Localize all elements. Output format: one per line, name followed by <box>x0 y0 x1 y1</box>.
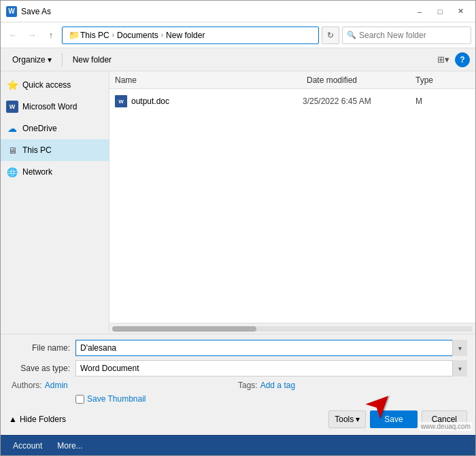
path-arrow-1: › <box>112 31 114 39</box>
hide-folders-button[interactable]: ▲ Hide Folders <box>9 415 66 424</box>
path-segment-thispc: This PC <box>80 31 109 40</box>
sidebar-item-microsoft-word[interactable]: W Microsoft Word <box>1 96 109 118</box>
forward-button[interactable]: → <box>24 27 40 43</box>
search-input[interactable] <box>359 31 466 40</box>
new-folder-button[interactable]: New folder <box>67 52 118 68</box>
minimize-button[interactable]: – <box>410 5 429 18</box>
tools-button[interactable]: Tools ▾ <box>328 410 366 428</box>
sidebar-label-microsoft-word: Microsoft Word <box>22 102 77 111</box>
window-controls: – □ ✕ <box>410 5 470 18</box>
scrollbar-track <box>112 326 473 332</box>
file-area: Name Date modified Type W output.doc 3/2… <box>109 71 475 334</box>
horizontal-scrollbar[interactable] <box>109 323 475 334</box>
table-row[interactable]: W output.doc 3/25/2022 6:45 AM M <box>109 92 475 111</box>
file-date: 3/25/2022 6:45 AM <box>303 97 411 106</box>
sidebar-item-network[interactable]: 🌐 Network <box>1 161 109 183</box>
refresh-button[interactable]: ↻ <box>322 27 339 44</box>
title-bar: W Save As – □ ✕ <box>1 1 475 22</box>
help-button[interactable]: ? <box>455 52 470 67</box>
file-type: M <box>415 97 470 106</box>
scrollbar-thumb <box>112 326 256 332</box>
path-segment-newfolder: New folder <box>166 31 205 40</box>
maximize-button[interactable]: □ <box>430 5 449 18</box>
main-content: ⭐ Quick access W Microsoft Word ☁ OneDri… <box>1 71 475 334</box>
thumbnail-row: Save Thumbnail <box>9 393 467 405</box>
tags-value[interactable]: Add a tag <box>260 381 295 390</box>
filename-label: File name: <box>9 343 70 353</box>
column-date[interactable]: Date modified <box>307 75 415 85</box>
sidebar-label-onedrive: OneDrive <box>22 124 57 133</box>
path-segment-documents: Documents <box>117 31 158 40</box>
authors-label: Authors: <box>12 381 42 390</box>
account-item[interactable]: Account <box>6 436 49 455</box>
saveas-select[interactable]: Word Document <box>75 360 467 376</box>
filename-dropdown-arrow[interactable]: ▾ <box>452 340 467 356</box>
dialog-title: Save As <box>21 7 410 16</box>
bottom-strip: Account More... <box>1 435 475 455</box>
organize-arrow-icon: ▾ <box>48 55 52 65</box>
saveas-label: Save as type: <box>9 364 70 373</box>
file-icon: W <box>115 95 127 107</box>
toolbar: Organize ▾ New folder ⊞ ▾ ? <box>1 48 475 71</box>
form-area: File name: ▾ Save as type: Word Document… <box>1 334 475 435</box>
more-item[interactable]: More... <box>50 436 89 455</box>
file-list: W output.doc 3/25/2022 6:45 AM M <box>109 89 475 323</box>
search-box[interactable]: 🔍 <box>342 27 471 44</box>
sidebar: ⭐ Quick access W Microsoft Word ☁ OneDri… <box>1 71 109 334</box>
file-list-header: Name Date modified Type <box>109 71 475 89</box>
sidebar-label-quick-access: Quick access <box>22 80 71 90</box>
app-icon: W <box>6 6 17 17</box>
path-arrow-2: › <box>161 31 163 39</box>
microsoft-word-icon: W <box>6 101 18 113</box>
quick-access-icon: ⭐ <box>6 79 18 91</box>
filename-input-wrapper: ▾ <box>75 340 467 356</box>
file-name: output.doc <box>131 97 299 106</box>
column-name[interactable]: Name <box>115 75 307 85</box>
tags-label: Tags: <box>238 381 258 390</box>
organize-button[interactable]: Organize ▾ <box>6 52 58 68</box>
view-icon: ⊞ <box>437 54 445 65</box>
search-icon: 🔍 <box>347 31 356 39</box>
address-bar: ← → ↑ 📁 This PC › Documents › New folder… <box>1 22 475 48</box>
back-button[interactable]: ← <box>5 27 21 43</box>
filename-row: File name: ▾ <box>9 340 467 356</box>
sidebar-item-onedrive[interactable]: ☁ OneDrive <box>1 118 109 139</box>
sidebar-label-this-pc: This PC <box>22 145 52 155</box>
view-button[interactable]: ⊞ ▾ <box>435 52 452 67</box>
close-button[interactable]: ✕ <box>451 5 470 18</box>
saveas-row: Save as type: Word Document ▾ <box>9 360 467 376</box>
sidebar-item-this-pc[interactable]: 🖥 This PC <box>1 139 109 161</box>
toolbar-separator <box>62 53 63 67</box>
tags-item: Tags: Add a tag <box>238 381 464 390</box>
address-path[interactable]: 📁 This PC › Documents › New folder <box>62 27 319 44</box>
this-pc-icon: 🖥 <box>6 144 18 156</box>
meta-row: Authors: Admin Tags: Add a tag <box>9 381 467 390</box>
watermark: www.deuaq.com <box>419 422 473 431</box>
network-icon: 🌐 <box>6 166 18 178</box>
authors-item: Authors: Admin <box>12 381 238 390</box>
saveas-select-wrapper: Word Document ▾ <box>75 360 467 376</box>
hide-folders-icon: ▲ <box>9 415 17 424</box>
toolbar-right: ⊞ ▾ ? <box>435 52 470 67</box>
sidebar-label-network: Network <box>22 167 52 177</box>
buttons-row: ▲ Hide Folders Tools ▾ Save Cancel <box>9 408 467 429</box>
save-thumbnail-label[interactable]: Save Thumbnail <box>87 394 146 404</box>
column-type[interactable]: Type <box>415 75 470 85</box>
folder-icon: 📁 <box>68 29 80 41</box>
view-arrow-icon: ▾ <box>445 54 449 65</box>
authors-value[interactable]: Admin <box>45 381 68 390</box>
hide-folders-label: Hide Folders <box>20 415 66 424</box>
save-thumbnail-checkbox[interactable] <box>75 395 84 404</box>
onedrive-icon: ☁ <box>6 122 18 135</box>
tools-arrow-icon: ▾ <box>356 415 360 424</box>
sidebar-item-quick-access[interactable]: ⭐ Quick access <box>1 74 109 96</box>
filename-input[interactable] <box>75 340 467 356</box>
up-button[interactable]: ↑ <box>43 27 59 43</box>
